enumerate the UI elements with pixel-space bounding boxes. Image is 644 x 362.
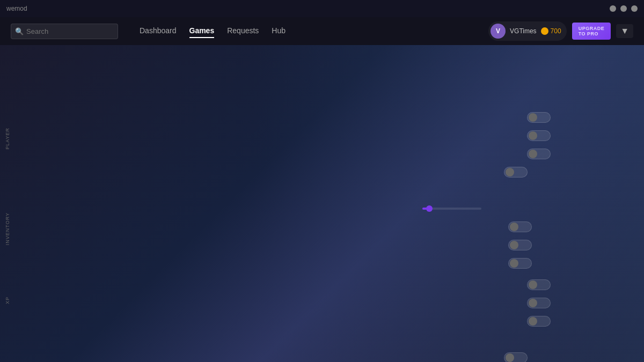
toggle-unlimited-grenades[interactable]: [527, 316, 551, 327]
nav-requests[interactable]: Requests: [227, 24, 259, 38]
toggle-knob: [529, 280, 537, 289]
coin-icon: [541, 27, 548, 35]
nav-links: Dashboard Games Requests Hub: [140, 24, 488, 38]
close-button[interactable]: [631, 5, 638, 12]
user-name: VGTimes: [510, 27, 537, 35]
toggle-unlimited-ram[interactable]: [527, 149, 551, 159]
sidebar-label-player: PLAYER: [5, 128, 10, 150]
toggle-unlimited-stamina[interactable]: [527, 130, 551, 141]
main-content: GAMES › CYBERPUNK 2077 › CYBERPUNK 2077 …: [0, 45, 644, 362]
background-hero: [0, 45, 644, 362]
toggle-knob: [510, 259, 518, 268]
nav-dashboard[interactable]: Dashboard: [140, 24, 177, 38]
app-name: wemod: [6, 5, 27, 12]
minimize-button[interactable]: [610, 5, 616, 12]
sidebar-label-inventory: INVENTORY: [5, 212, 10, 245]
toggle-knob: [510, 223, 518, 231]
slider-track[interactable]: [422, 208, 481, 210]
search-wrapper: 🔍: [11, 24, 118, 39]
navbar: 🔍 Dashboard Games Requests Hub V VGTimes…: [0, 17, 644, 45]
user-coins: 700: [541, 27, 561, 35]
avatar: V: [491, 24, 506, 39]
toggle-stealth-mode[interactable]: [504, 167, 528, 178]
upgrade-button[interactable]: UPGRADE TO PRO: [572, 23, 611, 40]
toggle-skills-instant-cooldown[interactable]: [508, 258, 532, 269]
nav-hub[interactable]: Hub: [272, 24, 286, 38]
navbar-right: V VGTimes 700 UPGRADE TO PRO ▼: [488, 21, 633, 41]
maximize-button[interactable]: [620, 5, 627, 12]
toggle-knob: [510, 241, 518, 249]
toggle-knob: [529, 131, 537, 140]
toggle-knob: [506, 168, 514, 176]
titlebar: wemod: [0, 0, 644, 17]
toggle-knob: [506, 353, 514, 362]
toggle-items-wont-decrease[interactable]: [527, 298, 551, 308]
search-input[interactable]: [11, 24, 118, 39]
user-badge[interactable]: V VGTimes 700: [488, 21, 567, 41]
toggle-super-jump[interactable]: [508, 221, 532, 232]
sidebar-label-xp: XP: [5, 297, 10, 304]
expand-button[interactable]: ▼: [616, 24, 633, 38]
toggle-knob: [529, 299, 537, 307]
window-controls: [610, 5, 638, 12]
toggle-unlimited-components[interactable]: [504, 352, 528, 363]
toggle-unlimited-double-jump[interactable]: [508, 240, 532, 250]
toggle-unlimited-health[interactable]: [527, 112, 551, 123]
toggle-unlimited-items-ammo[interactable]: [527, 279, 551, 290]
slider-thumb[interactable]: [426, 205, 433, 212]
toggle-knob: [529, 317, 537, 326]
toggle-knob: [529, 150, 537, 158]
nav-games[interactable]: Games: [189, 24, 215, 38]
toggle-knob: [529, 113, 537, 122]
